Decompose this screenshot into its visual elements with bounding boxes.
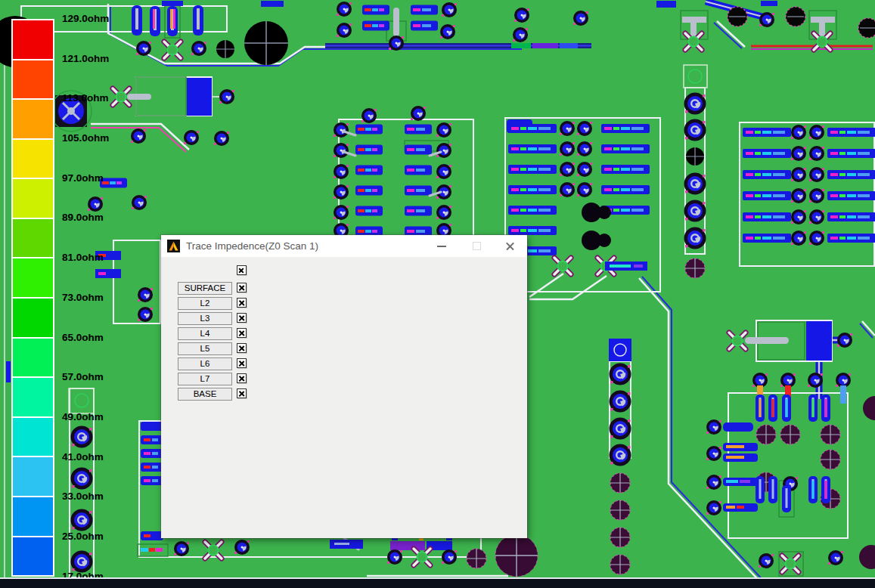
legend-label: 73.0ohm [62,292,104,303]
legend-label: 97.0ohm [62,172,104,184]
legend-color-block [13,20,53,60]
layer-button-l4[interactable]: L4 [178,327,232,340]
app-screen: 129.0ohm 121.0ohm 113.0ohm 105.0ohm 97.0… [0,0,875,588]
legend-label: 89.0ohm [62,212,104,223]
legend-color-block [13,179,53,219]
legend-label: 81.0ohm [62,252,104,263]
layer-checkbox-l7[interactable] [237,373,247,383]
layer-button-base[interactable]: BASE [178,388,232,401]
legend-color-block [13,100,53,140]
legend-label: 65.0ohm [62,332,104,343]
legend-label: 49.0ohm [62,411,104,422]
maximize-icon[interactable] [459,235,494,257]
legend-color-block [13,219,53,259]
layer-checkbox-l2[interactable] [237,298,247,308]
legend-color-block [13,339,53,379]
legend-label: 121.0ohm [62,53,109,64]
legend-color-block [13,418,53,458]
layer-button-l6[interactable]: L6 [178,357,232,370]
legend-color-block [13,537,53,576]
legend-label: 105.0ohm [62,132,109,144]
legend-label: 113.0ohm [62,92,109,104]
legend-label: 25.0ohm [62,531,104,542]
legend-color-block [13,299,53,339]
close-icon[interactable] [492,235,527,257]
impedance-color-scale [11,19,54,577]
legend-label: 129.0ohm [62,13,109,24]
legend-color-block [13,497,53,537]
layer-checkbox-base[interactable] [237,388,247,398]
legend-label: 33.0ohm [62,491,104,502]
altium-logo-icon [167,240,180,252]
layer-button-surface[interactable]: SURFACE [178,282,232,295]
layer-button-l7[interactable]: L7 [178,373,232,385]
minimize-icon[interactable] [424,235,459,257]
legend-color-block [13,140,53,180]
layer-button-l2[interactable]: L2 [178,297,232,310]
dialog-title: Trace Impedence(Z0 Scan 1) [186,240,318,252]
legend-label: 57.0ohm [62,371,104,382]
layer-button-l3[interactable]: L3 [178,312,232,325]
layer-checkbox-l6[interactable] [237,358,247,368]
legend-color-block [13,60,53,101]
dialog-titlebar[interactable]: Trace Impedence(Z0 Scan 1) [161,235,527,257]
layer-checkbox-surface[interactable] [237,283,247,292]
select-all-checkbox[interactable] [237,265,247,275]
legend-label: 41.0ohm [62,451,104,463]
layer-checkbox-l4[interactable] [237,328,247,338]
trace-impedance-dialog: Trace Impedence(Z0 Scan 1) SURFACE L2 L3… [161,235,527,538]
legend-color-block [13,457,53,497]
window-bottom-edge [0,577,875,588]
layer-checkbox-l3[interactable] [237,313,247,323]
layer-checkbox-l5[interactable] [237,343,247,353]
legend-color-block [13,258,53,299]
layer-button-l5[interactable]: L5 [178,342,232,355]
legend-color-block [13,378,53,418]
